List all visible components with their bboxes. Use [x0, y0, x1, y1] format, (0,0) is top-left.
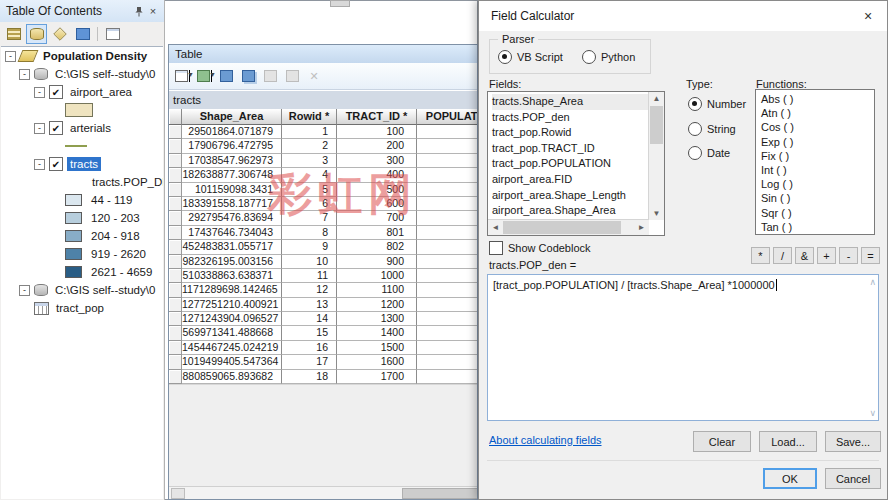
column-header[interactable]: Rowid *	[282, 109, 337, 125]
pin-icon[interactable]	[132, 4, 146, 18]
function-item[interactable]: Cos ( )	[761, 120, 874, 134]
tree-item[interactable]: -C:\GIS self--study\0	[1, 281, 163, 299]
table-row[interactable]: 1271243904.096527141300	[169, 312, 477, 326]
table-sheet-label[interactable]: tracts	[169, 90, 477, 109]
tree-item[interactable]: -✔arterials	[1, 119, 163, 137]
tree-expander-icon[interactable]: -	[34, 159, 45, 170]
row-selector[interactable]	[169, 298, 182, 312]
table-row[interactable]: 1277251210.400921131200	[169, 298, 477, 312]
clear-button[interactable]: Clear	[693, 431, 751, 452]
row-selector[interactable]	[169, 370, 182, 384]
scrollbar-thumb[interactable]	[650, 106, 663, 144]
select-by-attributes-icon[interactable]	[217, 68, 235, 84]
function-item[interactable]: Sin ( )	[761, 191, 874, 205]
field-item[interactable]: airport_area.Shape_Length	[492, 188, 649, 204]
row-selector[interactable]	[169, 240, 182, 254]
row-selector[interactable]	[169, 154, 182, 168]
table-row[interactable]: 452483831.0557179802	[169, 240, 477, 254]
map-drag-handle[interactable]	[330, 0, 350, 7]
tree-label[interactable]: C:\GIS self--study\0	[52, 283, 158, 297]
tree-label[interactable]: Population Density	[40, 49, 150, 63]
table-row[interactable]: 1171289698.142465121100	[169, 283, 477, 297]
table-row[interactable]: 982326195.00315610900	[169, 255, 477, 269]
operator-equals-button[interactable]: =	[861, 247, 880, 264]
tree-label[interactable]: 2621 - 4659	[88, 265, 155, 279]
cancel-button[interactable]: Cancel	[825, 468, 881, 489]
tree-item[interactable]: tracts.POP_DEN	[1, 173, 163, 191]
fields-horizontal-scrollbar[interactable]: ◄ ►	[488, 219, 649, 235]
function-item[interactable]: Tan ( )	[761, 220, 874, 234]
dialog-title-bar[interactable]: Field Calculator ×	[479, 1, 887, 31]
type-radio-string[interactable]: String	[688, 122, 736, 136]
row-selector[interactable]	[169, 341, 182, 355]
scroll-down-icon[interactable]: ∨	[869, 408, 876, 418]
tree-expander-icon[interactable]: -	[34, 123, 45, 134]
tree-label[interactable]: tracts.POP_DEN	[89, 175, 163, 189]
row-selector[interactable]	[169, 197, 182, 211]
delete-selected-icon[interactable]: ✕	[305, 68, 323, 84]
function-item[interactable]: Log ( )	[761, 177, 874, 191]
load-button[interactable]: Load...	[759, 431, 817, 452]
operator-plus-button[interactable]: +	[817, 247, 836, 264]
field-item[interactable]: tract_pop.Rowid	[492, 125, 649, 141]
row-selector[interactable]	[169, 312, 182, 326]
function-item[interactable]: Exp ( )	[761, 135, 874, 149]
save-button[interactable]: Save...	[825, 431, 881, 452]
tree-item[interactable]: -✔airport_area	[1, 83, 163, 101]
operator-minus-button[interactable]: -	[839, 247, 858, 264]
column-header[interactable]: POPULATION	[417, 109, 478, 125]
field-item[interactable]: tracts.Shape_Area	[492, 94, 649, 110]
field-item[interactable]: airport_area.FID	[492, 172, 649, 188]
scrollbar-thumb[interactable]	[402, 488, 478, 499]
tree-label[interactable]: 44 - 119	[88, 193, 135, 207]
about-calculating-fields-link[interactable]: About calculating fields	[489, 434, 602, 446]
type-radio-number[interactable]: Number	[688, 97, 746, 111]
clear-selection-icon[interactable]	[261, 68, 279, 84]
layer-checkbox[interactable]: ✔	[49, 121, 63, 135]
table-row[interactable]: 510338863.638371111000	[169, 269, 477, 283]
function-item[interactable]: Atn ( )	[761, 106, 874, 120]
scroll-right-icon[interactable]: ►	[634, 223, 649, 232]
list-by-visibility-icon[interactable]	[49, 24, 70, 44]
show-codeblock-row[interactable]: Show Codeblock	[489, 241, 591, 255]
record-nav-button[interactable]	[171, 488, 185, 499]
table-window-title-bar[interactable]: Table	[169, 45, 477, 63]
switch-selection-icon[interactable]	[239, 68, 257, 84]
table-row[interactable]: 1454467245.024219161500	[169, 341, 477, 355]
row-selector[interactable]	[169, 125, 182, 139]
tree-expander-icon[interactable]: -	[5, 51, 16, 62]
ok-button[interactable]: OK	[763, 468, 817, 489]
show-codeblock-checkbox[interactable]	[489, 241, 503, 255]
parser-radio-python[interactable]: Python	[582, 50, 635, 64]
row-selector-header[interactable]	[169, 109, 182, 125]
tree-label[interactable]: C:\GIS self--study\0	[52, 67, 158, 81]
operator-multiply-button[interactable]: *	[751, 247, 770, 264]
table-row[interactable]: 29501864.0718791100	[169, 125, 477, 139]
list-by-source-icon[interactable]	[26, 24, 47, 44]
field-item[interactable]: tract_pop.POPULATION	[492, 156, 649, 172]
related-tables-icon[interactable]: ▾	[195, 68, 213, 84]
scroll-left-icon[interactable]: ◄	[488, 223, 503, 232]
table-row[interactable]: 17906796.4727952200	[169, 139, 477, 153]
row-selector[interactable]	[169, 168, 182, 182]
layer-checkbox[interactable]: ✔	[49, 85, 63, 99]
row-selector[interactable]	[169, 211, 182, 225]
operator-concat-button[interactable]: &	[795, 247, 814, 264]
row-selector[interactable]	[169, 269, 182, 283]
scroll-up-icon[interactable]: ▲	[649, 94, 664, 103]
row-selector[interactable]	[169, 226, 182, 240]
table-options-icon[interactable]: ▾	[173, 68, 191, 84]
type-radio-date[interactable]: Date	[688, 146, 730, 160]
tree-item[interactable]: tract_pop	[1, 299, 163, 317]
list-by-selection-icon[interactable]	[72, 24, 93, 44]
fields-vertical-scrollbar[interactable]: ▲ ▼	[648, 92, 664, 220]
column-header[interactable]: TRACT_ID *	[337, 109, 417, 125]
tree-label[interactable]: tract_pop	[53, 301, 107, 315]
tree-label[interactable]: tracts	[67, 157, 101, 171]
function-item[interactable]: Abs ( )	[761, 92, 874, 106]
list-by-drawing-order-icon[interactable]	[3, 24, 24, 44]
table-row[interactable]: 17437646.7340438801	[169, 226, 477, 240]
functions-listbox[interactable]: Abs ( )Atn ( )Cos ( )Exp ( )Fix ( )Int (…	[755, 89, 875, 235]
dialog-close-icon[interactable]: ×	[859, 8, 877, 24]
scroll-down-icon[interactable]: ▼	[649, 209, 664, 218]
